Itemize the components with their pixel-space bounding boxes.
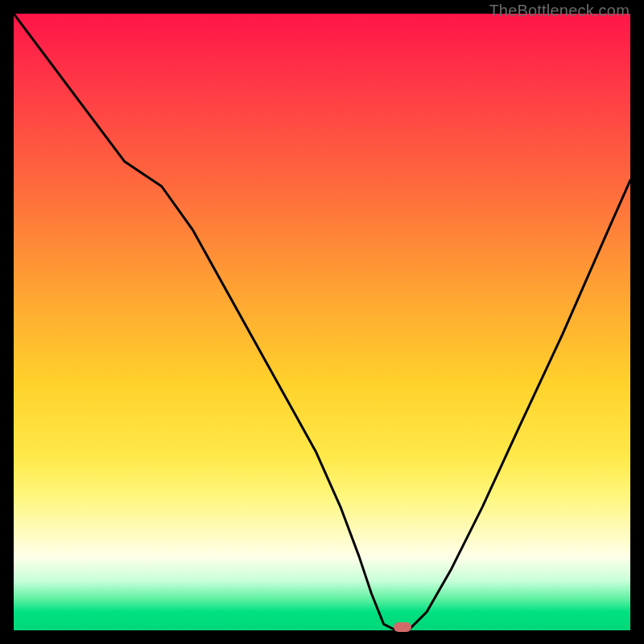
- plot-area: [14, 14, 630, 630]
- minimum-marker: [394, 622, 411, 632]
- chart-container: TheBottleneck.com: [0, 0, 644, 644]
- bottleneck-curve: [14, 14, 630, 630]
- watermark-text: TheBottleneck.com: [489, 2, 630, 20]
